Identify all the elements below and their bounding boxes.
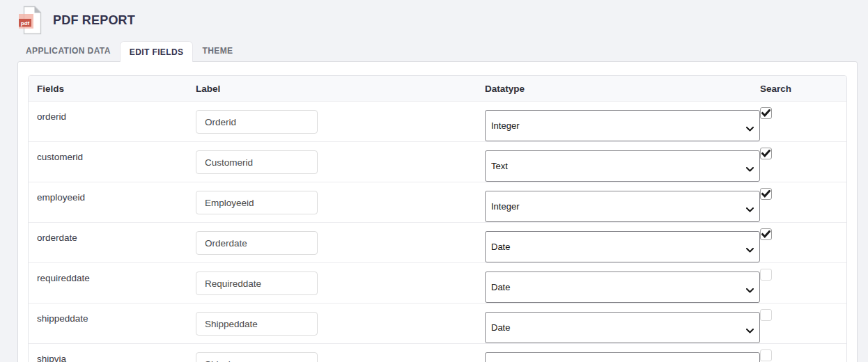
- table-row: shippeddate Date: [29, 303, 846, 343]
- field-name: orderdate: [29, 223, 196, 262]
- field-name: requireddate: [29, 263, 196, 303]
- column-header-fields: Fields: [29, 84, 196, 94]
- table-header-row: Fields Label Datatype Search: [29, 76, 846, 101]
- search-checkbox[interactable]: [760, 349, 772, 361]
- label-input[interactable]: [196, 150, 318, 174]
- datatype-select[interactable]: Integer: [485, 191, 760, 222]
- pdf-badge-text: pdf: [21, 20, 30, 26]
- label-input[interactable]: [196, 110, 318, 134]
- label-input[interactable]: [196, 352, 318, 362]
- column-header-search: Search: [760, 84, 846, 94]
- search-checkbox[interactable]: [760, 269, 772, 281]
- table-row: orderdate Date: [29, 222, 846, 262]
- column-header-datatype: Datatype: [485, 84, 760, 94]
- tab-application-data[interactable]: APPLICATION DATA: [17, 40, 120, 61]
- label-input[interactable]: [196, 272, 318, 295]
- page-header: pdf PDF REPORT: [0, 0, 868, 40]
- tab-bar: APPLICATION DATA EDIT FIELDS THEME: [0, 40, 868, 61]
- fields-table: Fields Label Datatype Search orderid Int…: [28, 75, 847, 362]
- label-input[interactable]: [196, 231, 318, 255]
- datatype-select[interactable]: Date: [485, 272, 760, 303]
- table-row: employeeid Integer: [29, 182, 846, 222]
- page-title: PDF REPORT: [53, 13, 135, 28]
- check-icon: [761, 109, 770, 117]
- check-icon: [761, 150, 770, 157]
- field-name: shipvia: [29, 344, 196, 362]
- field-name: employeeid: [29, 182, 196, 222]
- datatype-select[interactable]: Date: [485, 231, 760, 262]
- tab-edit-fields[interactable]: EDIT FIELDS: [120, 41, 194, 62]
- table-row: shipvia Integer: [29, 343, 846, 362]
- tab-theme[interactable]: THEME: [193, 40, 242, 61]
- table-row: orderid Integer: [29, 101, 846, 141]
- search-checkbox[interactable]: [760, 309, 772, 321]
- datatype-select[interactable]: Date: [485, 312, 760, 343]
- label-input[interactable]: [196, 312, 318, 336]
- table-row: customerid Text: [29, 141, 846, 182]
- check-icon: [761, 230, 770, 238]
- field-name: shippeddate: [29, 304, 196, 343]
- pdf-file-icon: pdf: [17, 6, 43, 35]
- search-checkbox[interactable]: [760, 148, 772, 159]
- column-header-label: Label: [196, 84, 485, 94]
- check-icon: [761, 190, 770, 198]
- edit-fields-panel: Fields Label Datatype Search orderid Int…: [17, 61, 858, 362]
- field-name: orderid: [29, 102, 196, 141]
- label-input[interactable]: [196, 191, 318, 214]
- field-name: customerid: [29, 142, 196, 182]
- search-checkbox[interactable]: [760, 107, 772, 119]
- table-body: orderid Integer customerid: [29, 101, 846, 362]
- search-checkbox[interactable]: [760, 188, 772, 200]
- search-checkbox[interactable]: [760, 228, 772, 240]
- table-row: requireddate Date: [29, 262, 846, 303]
- datatype-select[interactable]: Text: [485, 150, 760, 182]
- datatype-select[interactable]: Integer: [485, 352, 760, 362]
- datatype-select[interactable]: Integer: [485, 110, 760, 141]
